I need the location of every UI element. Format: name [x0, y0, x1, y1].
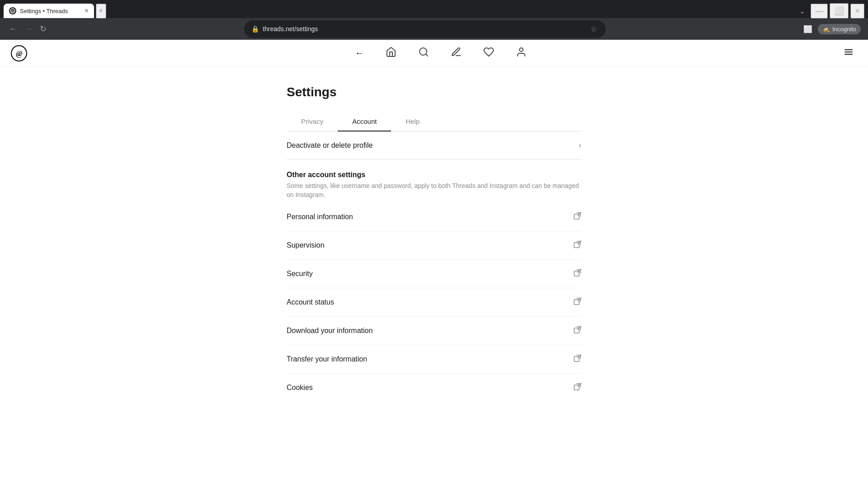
external-link-icon-2: [573, 240, 581, 250]
page-title: Settings: [287, 85, 581, 99]
active-tab[interactable]: @ Settings • Threads ×: [4, 4, 94, 18]
other-settings-title: Other account settings: [287, 171, 581, 179]
likes-nav-button[interactable]: [480, 43, 498, 64]
reload-button[interactable]: ↻: [38, 22, 48, 36]
forward-button[interactable]: →: [23, 23, 34, 36]
top-nav: @ ←: [0, 40, 868, 67]
menu-button[interactable]: [840, 43, 857, 63]
tab-account[interactable]: Account: [338, 112, 391, 131]
new-tab-button[interactable]: +: [96, 4, 106, 19]
account-status-label: Account status: [287, 298, 334, 306]
other-settings-description: Some settings, like username and passwor…: [287, 182, 581, 199]
threads-logo[interactable]: @: [11, 45, 27, 61]
incognito-label: Incognito: [832, 26, 856, 33]
tab-switch-icon[interactable]: ⬜: [802, 23, 814, 35]
svg-line-4: [426, 54, 428, 56]
address-bar: ← → ↻ 🔒 threads.net/settings ☆ ⬜ 🕵 Incog…: [0, 18, 868, 40]
tab-help[interactable]: Help: [391, 112, 434, 131]
security-item[interactable]: Security: [287, 260, 581, 288]
back-arrow-icon: ←: [355, 48, 364, 58]
compose-icon: [451, 48, 462, 60]
download-information-label: Download your information: [287, 327, 373, 335]
profile-nav-button[interactable]: [512, 43, 530, 64]
app: @ ←: [0, 40, 868, 488]
external-link-icon-5: [573, 326, 581, 336]
transfer-information-label: Transfer your information: [287, 355, 367, 363]
incognito-button[interactable]: 🕵 Incognito: [818, 24, 861, 34]
external-link-icon-3: [573, 269, 581, 279]
personal-information-item[interactable]: Personal information: [287, 203, 581, 231]
external-link-icon-7: [573, 383, 581, 393]
settings-tabs: Privacy Account Help: [287, 112, 581, 131]
external-link-icon-4: [573, 297, 581, 307]
heart-icon: [483, 48, 494, 60]
svg-text:@: @: [11, 9, 14, 13]
hamburger-icon: [844, 48, 854, 59]
chevron-right-icon: ›: [579, 141, 581, 150]
address-bar-input[interactable]: 🔒 threads.net/settings ☆: [244, 20, 606, 38]
tab-favicon: @: [9, 7, 16, 14]
cookies-item[interactable]: Cookies: [287, 374, 581, 402]
home-nav-button[interactable]: [382, 43, 400, 64]
settings-section: Deactivate or delete profile › Other acc…: [287, 131, 581, 402]
back-button[interactable]: ←: [7, 23, 19, 36]
tab-close-btn[interactable]: ×: [85, 7, 89, 14]
nav-center: ←: [42, 43, 840, 64]
compose-nav-button[interactable]: [447, 43, 465, 64]
personal-information-label: Personal information: [287, 213, 353, 221]
back-nav-button[interactable]: ←: [351, 44, 368, 62]
browser-chrome: @ Settings • Threads × + ⌄ — ⬜ × ← → ↻ 🔒…: [0, 0, 868, 40]
tab-privacy[interactable]: Privacy: [287, 112, 338, 131]
deactivate-label: Deactivate or delete profile: [287, 141, 373, 150]
other-settings-header: Other account settings Some settings, li…: [287, 160, 581, 203]
search-icon: [418, 48, 429, 60]
logo-icon: @: [11, 45, 27, 61]
main-content: Settings Privacy Account Help Deactivate…: [0, 67, 868, 488]
svg-text:@: @: [16, 50, 23, 58]
close-window-button[interactable]: ×: [850, 4, 864, 19]
external-link-icon-6: [573, 354, 581, 364]
minimize-button[interactable]: —: [811, 4, 828, 19]
home-icon: [386, 48, 396, 60]
profile-icon: [516, 48, 527, 60]
tab-list-button[interactable]: ⌄: [796, 3, 809, 19]
incognito-icon: 🕵: [822, 26, 830, 33]
account-status-item[interactable]: Account status: [287, 288, 581, 317]
security-label: Security: [287, 270, 313, 278]
content-wrapper: Settings Privacy Account Help Deactivate…: [276, 67, 592, 420]
search-nav-button[interactable]: [415, 43, 433, 64]
svg-point-5: [519, 48, 523, 52]
supervision-label: Supervision: [287, 241, 325, 249]
transfer-information-item[interactable]: Transfer your information: [287, 345, 581, 374]
cookies-label: Cookies: [287, 384, 313, 392]
download-information-item[interactable]: Download your information: [287, 317, 581, 345]
tab-title: Settings • Threads: [20, 8, 81, 14]
tab-bar: @ Settings • Threads × + ⌄ — ⬜ ×: [0, 0, 868, 18]
supervision-item[interactable]: Supervision: [287, 231, 581, 260]
url-display: threads.net/settings: [263, 25, 585, 33]
deactivate-item[interactable]: Deactivate or delete profile ›: [287, 131, 581, 160]
external-link-icon: [573, 212, 581, 222]
bookmark-icon[interactable]: ☆: [589, 23, 599, 35]
lock-icon: 🔒: [251, 25, 259, 33]
nav-right: [840, 43, 857, 63]
maximize-button[interactable]: ⬜: [830, 3, 849, 19]
